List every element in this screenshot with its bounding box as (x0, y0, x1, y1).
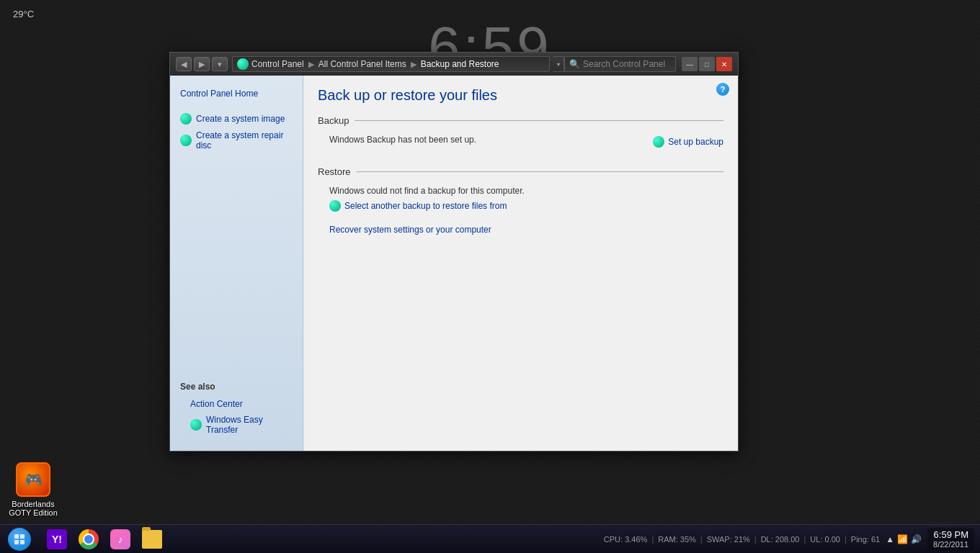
sep5: | (845, 535, 847, 544)
taskbar-apps: Y! ♪ (39, 525, 170, 554)
breadcrumb-sep-2: ▶ (411, 60, 416, 69)
address-dropdown-btn[interactable]: ▾ (553, 56, 564, 72)
sidebar-icon-1 (180, 113, 192, 125)
breadcrumb-current: Backup and Restore (421, 59, 499, 69)
start-grid (14, 534, 24, 544)
window-controls: — □ ✕ (682, 57, 732, 71)
start-button[interactable] (0, 525, 39, 554)
desktop-icon-borderlands[interactable]: 🎮 BorderlandsGOTY Edition (9, 462, 58, 517)
select-backup-link[interactable]: Select another backup to restore files f… (329, 200, 712, 212)
breadcrumb-sep-1: ▶ (308, 60, 314, 69)
restore-label: Restore (318, 166, 351, 177)
sidebar-section-links: Create a system image Create a system re… (170, 110, 303, 153)
maximize-button[interactable]: □ (699, 57, 715, 71)
taskbar-app-itunes[interactable]: ♪ (105, 526, 135, 552)
sidebar: Control Panel Home Create a system image… (170, 76, 303, 451)
main-content: ? Back up or restore your files Backup W… (303, 76, 738, 451)
bl-icon-image: 🎮 (16, 462, 50, 497)
window-content: Control Panel Home Create a system image… (170, 76, 738, 451)
sidebar-create-image-label: Create a system image (196, 114, 285, 124)
taskbar-app-folder[interactable] (137, 526, 167, 552)
backup-divider-line (355, 120, 723, 121)
tray-icons: ▲ 📶 🔊 (886, 534, 922, 544)
recover-link[interactable]: Recover system settings or your computer (329, 225, 712, 235)
taskbar-right: CPU: 3.46% | RAM: 35% | SWAP: 21% | DL: … (604, 528, 980, 550)
taskbar: Y! ♪ CPU: 3.46% | RAM: 35% | SWAP: 21% |… (0, 524, 980, 553)
clock-time: 6:59 PM (933, 529, 968, 540)
select-backup-label: Select another backup to restore files f… (344, 201, 507, 211)
back-button[interactable]: ◀ (176, 57, 192, 71)
taskbar-app-yahoo[interactable]: Y! (42, 526, 72, 552)
taskbar-app-chrome[interactable] (74, 526, 104, 552)
cpu-stat: CPU: 3.46% (604, 535, 648, 544)
setup-backup-label: Set up backup (668, 137, 723, 147)
backup-row: Windows Backup has not been set up. Set … (329, 135, 712, 149)
tray-volume[interactable]: 🔊 (911, 534, 922, 544)
system-stats: CPU: 3.46% | RAM: 35% | SWAP: 21% | DL: … (604, 535, 880, 544)
setup-backup-icon (653, 136, 664, 148)
control-panel-window: ◀ ▶ ▾ Control Panel ▶ All Control Panel … (169, 52, 739, 451)
select-backup-icon (329, 200, 341, 212)
backup-section-body: Windows Backup has not been set up. Set … (318, 132, 723, 163)
title-bar: ◀ ▶ ▾ Control Panel ▶ All Control Panel … (170, 53, 738, 76)
address-bar[interactable]: Control Panel ▶ All Control Panel Items … (232, 56, 550, 72)
restore-message: Windows could not find a backup for this… (329, 186, 712, 196)
clock-display[interactable]: 6:59 PM 8/22/2011 (927, 528, 974, 550)
setup-backup-button[interactable]: Set up backup (653, 136, 723, 148)
breadcrumb-control-panel[interactable]: Control Panel (251, 59, 304, 69)
sidebar-icon-2 (180, 135, 192, 146)
breadcrumb-all-items[interactable]: All Control Panel Items (318, 59, 406, 69)
see-also-section: See also Action Center Windows Easy Tran… (170, 374, 303, 442)
see-also-title: See also (180, 382, 293, 392)
start-orb (8, 528, 31, 551)
search-placeholder: Search Control Panel (583, 59, 665, 69)
sep3: | (754, 535, 757, 544)
sidebar-home-link[interactable]: Control Panel Home (170, 84, 303, 103)
desktop-temperature: 29°C (13, 9, 34, 19)
help-button[interactable]: ? (716, 83, 729, 96)
tray-network[interactable]: 📶 (897, 534, 908, 544)
page-title: Back up or restore your files (318, 87, 723, 104)
see-also-action-center[interactable]: Action Center (180, 396, 293, 412)
see-also-action-center-label: Action Center (190, 399, 243, 409)
backup-message: Windows Backup has not been set up. (329, 135, 476, 145)
sidebar-repair-disc-label: Create a system repair disc (196, 130, 293, 150)
clock-date: 8/22/2011 (933, 540, 968, 549)
chrome-icon (79, 529, 99, 549)
breadcrumb-icon (237, 58, 249, 70)
forward-button[interactable]: ▶ (194, 57, 210, 71)
sep4: | (803, 535, 806, 544)
restore-section-body: Windows could not find a backup for this… (318, 183, 723, 245)
backup-section-header: Backup (318, 115, 723, 126)
sidebar-icon-3 (190, 419, 202, 431)
ul-stat: UL: 0.00 (810, 535, 840, 544)
minimize-button[interactable]: — (682, 57, 698, 71)
bl-icon-label: BorderlandsGOTY Edition (9, 500, 58, 517)
restore-divider-line (357, 171, 723, 172)
backup-label: Backup (318, 115, 349, 126)
see-also-easy-transfer[interactable]: Windows Easy Transfer (180, 412, 293, 438)
close-button[interactable]: ✕ (716, 57, 732, 71)
sidebar-create-image[interactable]: Create a system image (170, 110, 303, 127)
search-icon: 🔍 (569, 59, 580, 69)
itunes-icon: ♪ (110, 529, 130, 549)
swap-stat: SWAP: 21% (707, 535, 750, 544)
restore-section-header: Restore (318, 166, 723, 177)
ping-stat: Ping: 61 (851, 535, 880, 544)
yahoo-icon: Y! (47, 529, 67, 549)
sep2: | (700, 535, 703, 544)
dropdown-button[interactable]: ▾ (212, 57, 228, 71)
nav-buttons: ◀ ▶ ▾ (176, 57, 228, 71)
see-also-easy-transfer-label: Windows Easy Transfer (206, 415, 282, 435)
sidebar-repair-disc[interactable]: Create a system repair disc (170, 127, 303, 153)
sep1: | (651, 535, 654, 544)
ram-stat: RAM: 35% (658, 535, 696, 544)
folder-icon (142, 530, 162, 549)
dl-stat: DL: 208.00 (761, 535, 800, 544)
tray-up-arrow[interactable]: ▲ (886, 534, 894, 544)
search-box[interactable]: 🔍 Search Control Panel (564, 56, 676, 72)
